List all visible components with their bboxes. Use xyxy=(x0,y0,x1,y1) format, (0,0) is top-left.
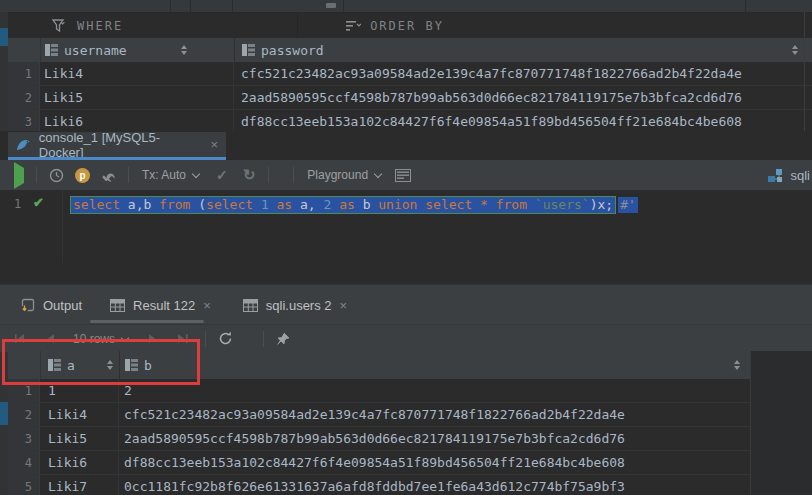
cell[interactable]: 2 xyxy=(119,379,750,402)
cell[interactable]: df88cc13eeb153a102c84427f6f4e09854a51f89… xyxy=(234,110,812,133)
commit-button[interactable]: ✓ xyxy=(216,167,228,183)
sort-toggle-icon[interactable] xyxy=(792,45,798,55)
table-row[interactable]: 2 Liki4 cfc521c23482ac93a09584ad2e139c4a… xyxy=(8,403,750,427)
pin-tab-button[interactable] xyxy=(276,332,290,346)
run-button[interactable] xyxy=(14,168,24,183)
cell[interactable]: Liki5 xyxy=(40,86,233,109)
sort-toggle-icon[interactable] xyxy=(181,45,187,55)
schema-label: sqli xyxy=(790,168,810,183)
sort-lines-icon xyxy=(345,20,361,32)
settings-button[interactable] xyxy=(101,168,116,183)
column-header-b[interactable]: b xyxy=(120,351,750,379)
sql-token: from xyxy=(496,197,535,212)
sql-token: from xyxy=(159,197,198,212)
previous-page-button[interactable] xyxy=(46,333,55,344)
active-tab-underline xyxy=(90,320,204,323)
cell[interactable]: cfc521c23482ac93a09584ad2e139c4a7fc87077… xyxy=(234,62,812,85)
sort-toggle-icon[interactable] xyxy=(107,360,113,370)
scrollbar-track[interactable] xyxy=(804,12,805,131)
row-number-cell[interactable]: 3 xyxy=(8,110,40,133)
row-number-cell[interactable]: 1 xyxy=(8,379,40,402)
result-tab-bar: Output Result 122 × sqli.users 2 × xyxy=(0,284,812,325)
table-row[interactable]: 1 Liki4 cfc521c23482ac93a09584ad2e139c4a… xyxy=(8,62,812,86)
play-icon xyxy=(14,162,24,189)
column-icon xyxy=(125,359,138,371)
sql-comment[interactable]: #' xyxy=(618,197,638,213)
strip-separator xyxy=(343,0,344,12)
result-grid-header: a b xyxy=(8,351,750,380)
row-number-cell[interactable]: 5 xyxy=(8,475,40,495)
top-grid-rows: 1 Liki4 cfc521c23482ac93a09584ad2e139c4a… xyxy=(8,62,812,134)
row-number-header xyxy=(8,38,41,62)
filter-bar: WHERE ORDER BY xyxy=(8,13,812,39)
row-number-cell[interactable]: 3 xyxy=(8,427,40,450)
cell[interactable]: Liki7 xyxy=(40,475,118,495)
strip-separator xyxy=(232,0,233,12)
table-row[interactable]: 4 Liki6 df88cc13eeb153a102c84427f6f4e098… xyxy=(8,451,750,475)
cell[interactable]: Liki5 xyxy=(40,427,118,450)
cell[interactable]: 2aad5890595ccf4598b787b99ab563d0d66ec821… xyxy=(234,86,812,109)
table-row[interactable]: 2 Liki5 2aad5890595ccf4598b787b99ab563d0… xyxy=(8,86,812,110)
row-number-cell[interactable]: 4 xyxy=(8,451,40,474)
page-size-dropdown[interactable]: 10 rows xyxy=(73,332,128,346)
sort-toggle-icon[interactable] xyxy=(734,360,740,370)
strip-separator xyxy=(745,0,746,12)
table-row[interactable]: 3 Liki5 2aad5890595ccf4598b787b99ab563d0… xyxy=(8,427,750,451)
cell[interactable]: df88cc13eeb153a102c84427f6f4e09854a51f89… xyxy=(119,451,750,474)
reload-button[interactable] xyxy=(218,331,233,346)
cell[interactable]: Liki6 xyxy=(40,451,118,474)
mysql-dolphin-icon xyxy=(16,138,31,152)
first-page-button[interactable] xyxy=(14,333,26,344)
order-by-button[interactable]: ORDER BY xyxy=(345,19,444,33)
close-icon[interactable]: × xyxy=(203,298,211,313)
sql-statement-line[interactable]: select a,b from (select 1 as a, 2 as b u… xyxy=(70,195,638,214)
sql-selected-statement[interactable]: select a,b from (select 1 as a, 2 as b u… xyxy=(70,196,616,214)
sql-token: `users` xyxy=(535,197,590,212)
rollback-button[interactable]: ↺ xyxy=(243,166,256,184)
next-page-button[interactable] xyxy=(148,333,157,344)
sql-token: , xyxy=(308,197,324,212)
row-number-cell[interactable]: 2 xyxy=(8,403,40,426)
history-button[interactable] xyxy=(49,168,64,183)
order-by-label: ORDER BY xyxy=(370,19,444,33)
cell[interactable]: Liki4 xyxy=(40,62,233,85)
column-header-a[interactable]: a xyxy=(41,351,119,379)
table-row[interactable]: 1 1 2 xyxy=(8,379,750,403)
pin-icon xyxy=(276,332,290,346)
close-icon[interactable]: × xyxy=(210,137,218,152)
last-page-button[interactable] xyxy=(177,333,189,344)
column-icon xyxy=(242,44,255,56)
cell[interactable]: Liki4 xyxy=(40,403,118,426)
column-header-label: password xyxy=(261,43,324,58)
tab-output[interactable]: Output xyxy=(10,285,92,325)
tx-mode-dropdown[interactable]: Tx: Auto xyxy=(142,168,199,182)
filter-bar-divider xyxy=(297,13,298,38)
column-header-username[interactable]: username xyxy=(41,38,234,62)
column-icon xyxy=(48,359,61,371)
grid-right-gutter xyxy=(750,351,812,495)
table-row[interactable]: 5 Liki7 0cc1181fc92b8f626e61331637a6afd8… xyxy=(8,475,750,495)
console-tab[interactable]: console_1 [MySQL5-Docker] × xyxy=(8,132,226,157)
cell[interactable]: 2aad5890595ccf4598b787b99ab563d0d66ec821… xyxy=(119,427,750,450)
cell[interactable]: cfc521c23482ac93a09584ad2e139c4a7fc87077… xyxy=(119,403,750,426)
datagrip-window: WHERE ORDER BY username xyxy=(0,0,812,495)
sql-token: * xyxy=(480,197,496,212)
row-number-cell[interactable]: 1 xyxy=(8,62,40,85)
schema-icon xyxy=(767,168,784,183)
schema-selector[interactable]: sqli xyxy=(767,168,810,183)
playground-dropdown[interactable]: Playground xyxy=(307,168,381,182)
tab-sqli-users[interactable]: sqli.users 2 × xyxy=(233,285,357,325)
row-number-cell[interactable]: 2 xyxy=(8,86,40,109)
tab-result[interactable]: Result 122 × xyxy=(100,285,221,325)
cell[interactable]: 1 xyxy=(40,379,118,402)
where-filter-button[interactable]: WHERE xyxy=(52,19,123,33)
parameters-button[interactable]: p xyxy=(75,168,90,183)
column-resize-handle[interactable] xyxy=(326,3,336,8)
output-layout-button[interactable] xyxy=(395,169,411,182)
close-icon[interactable]: × xyxy=(340,298,348,313)
cell[interactable]: 0cc1181fc92b8f626e61331637a6afd8fddbd7ee… xyxy=(119,475,750,495)
sql-token: select xyxy=(73,197,128,212)
column-header-password[interactable]: password xyxy=(235,38,812,62)
top-grid-header: username password xyxy=(8,38,812,63)
wrench-icon xyxy=(101,168,116,183)
